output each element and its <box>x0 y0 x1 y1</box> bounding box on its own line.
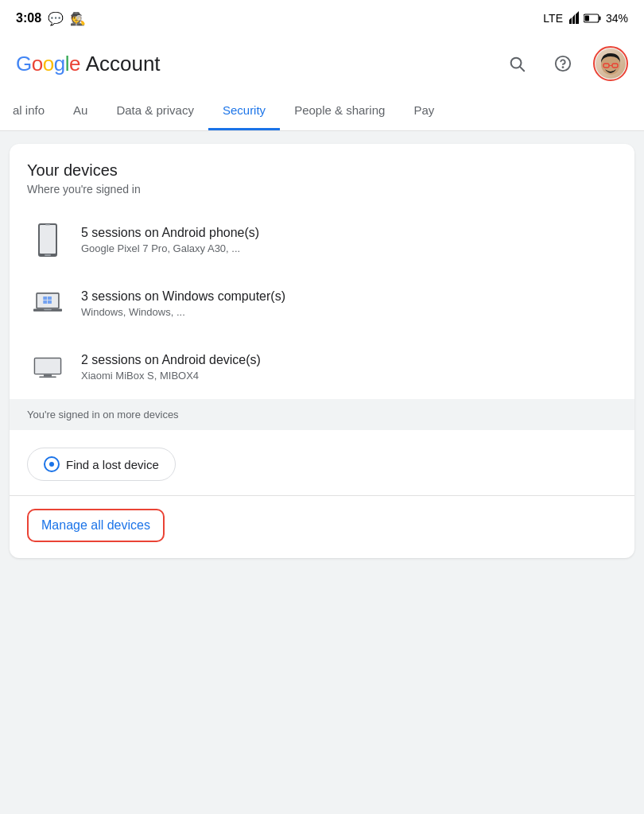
android-device-desc: Xiaomi MiBox S, MIBOX4 <box>81 370 261 382</box>
network-label: LTE <box>543 12 563 25</box>
svg-rect-15 <box>40 225 56 254</box>
status-right: LTE 34% <box>543 11 628 26</box>
svg-marker-2 <box>569 17 572 24</box>
device-item-windows[interactable]: 3 sessions on Windows computer(s) Window… <box>16 272 628 335</box>
header-icons <box>501 46 628 81</box>
logo-g: G <box>16 52 32 76</box>
tabs-container: al info Au Data & privacy Security Peopl… <box>0 92 644 131</box>
svg-rect-27 <box>35 359 60 374</box>
more-devices-text: You're signed in on more devices <box>27 409 179 421</box>
svg-rect-28 <box>44 374 52 376</box>
battery-icon <box>584 14 601 23</box>
card-title: Your devices <box>27 161 617 180</box>
logo-o1: o <box>32 52 43 76</box>
tab-people-sharing[interactable]: People & sharing <box>280 92 399 130</box>
android-phones-desc: Google Pixel 7 Pro, Galaxy A30, ... <box>81 242 259 254</box>
more-devices-strip: You're signed in on more devices <box>10 399 634 430</box>
svg-line-7 <box>520 67 524 71</box>
header: Google Account <box>0 35 644 92</box>
find-lost-device-label: Find a lost device <box>66 458 159 471</box>
laptop-icon <box>27 283 68 324</box>
search-icon <box>508 55 526 72</box>
svg-rect-21 <box>48 297 52 300</box>
logo-account-text: Account <box>86 52 161 76</box>
tab-data-privacy[interactable]: Data & privacy <box>102 92 208 130</box>
android-phones-text: 5 sessions on Android phone(s) Google Pi… <box>81 226 259 254</box>
windows-title: 3 sessions on Windows computer(s) <box>81 289 285 304</box>
logo-e: e <box>69 52 80 76</box>
google-account-logo: Google Account <box>16 52 161 76</box>
svg-rect-5 <box>584 16 589 21</box>
find-device-section: Find a lost device <box>10 430 634 495</box>
status-bar: 3:08 💬 🕵️ LTE 34% <box>0 0 644 35</box>
windows-text: 3 sessions on Windows computer(s) Window… <box>81 289 285 318</box>
avatar[interactable] <box>593 46 628 81</box>
battery-percent: 34% <box>606 12 628 25</box>
svg-rect-25 <box>44 309 52 311</box>
manage-devices-row: Manage all devices <box>10 495 634 558</box>
time-display: 3:08 <box>16 11 41 25</box>
svg-rect-4 <box>599 17 600 21</box>
svg-rect-20 <box>43 297 47 300</box>
svg-rect-29 <box>39 377 56 378</box>
your-devices-card: Your devices Where you're signed in 5 se… <box>10 144 634 558</box>
svg-rect-23 <box>48 300 52 304</box>
avatar-image <box>596 48 626 79</box>
locate-icon <box>44 456 60 472</box>
status-left: 3:08 💬 🕵️ <box>16 11 86 26</box>
device-list: 5 sessions on Android phone(s) Google Pi… <box>10 208 634 399</box>
card-header: Your devices Where you're signed in <box>10 144 634 208</box>
help-button[interactable] <box>547 48 579 79</box>
search-button[interactable] <box>501 48 533 79</box>
svg-rect-22 <box>43 300 47 304</box>
tab-au[interactable]: Au <box>59 92 102 130</box>
tab-security[interactable]: Security <box>208 92 280 130</box>
manage-all-devices-link[interactable]: Manage all devices <box>27 509 165 542</box>
tab-payments[interactable]: Pay <box>399 92 448 130</box>
svg-rect-16 <box>45 254 51 256</box>
tv-icon <box>27 347 68 388</box>
android-device-text: 2 sessions on Android device(s) Xiaomi M… <box>81 353 261 382</box>
signal-icon <box>568 11 579 26</box>
windows-desc: Windows, Windows, ... <box>81 306 285 318</box>
tab-personal-info[interactable]: al info <box>0 92 59 130</box>
device-item-android-phones[interactable]: 5 sessions on Android phone(s) Google Pi… <box>16 208 628 272</box>
svg-rect-17 <box>45 224 50 226</box>
private-mode-icon: 🕵️ <box>70 11 86 26</box>
android-device-title: 2 sessions on Android device(s) <box>81 353 261 367</box>
card-subtitle: Where you're signed in <box>27 183 617 196</box>
messenger-icon: 💬 <box>48 11 64 26</box>
android-phones-title: 5 sessions on Android phone(s) <box>81 226 259 240</box>
device-item-android-device[interactable]: 2 sessions on Android device(s) Xiaomi M… <box>16 335 628 399</box>
phone-icon <box>27 219 68 261</box>
logo-o2: o <box>43 52 54 76</box>
main-content: Your devices Where you're signed in 5 se… <box>0 131 644 571</box>
svg-marker-1 <box>572 14 575 24</box>
logo-g2: g <box>54 52 65 76</box>
svg-marker-0 <box>576 11 579 24</box>
find-lost-device-button[interactable]: Find a lost device <box>27 448 176 481</box>
help-icon <box>554 55 572 72</box>
